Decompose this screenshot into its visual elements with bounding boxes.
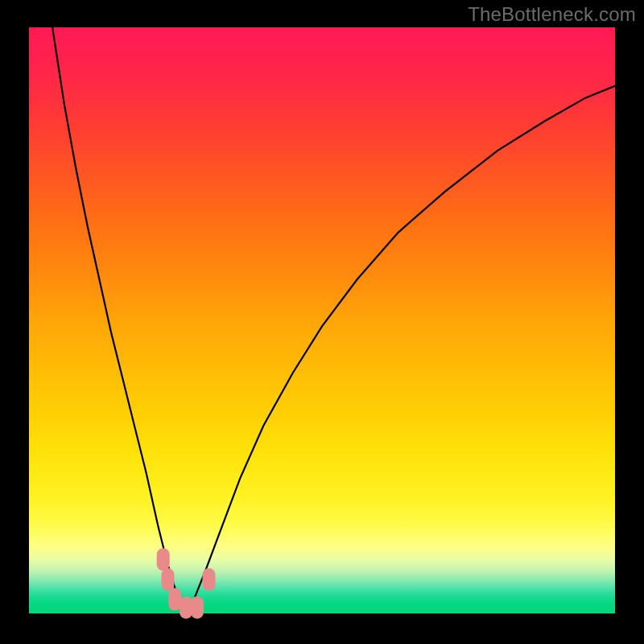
chart-stage: TheBottleneck.com <box>0 0 644 644</box>
curve-marker-1 <box>162 568 175 591</box>
curve-marker-2 <box>168 588 181 611</box>
curve-marker-3 <box>180 597 192 619</box>
chart-svg <box>0 0 644 644</box>
curve-marker-0 <box>157 548 170 571</box>
curve-marker-5 <box>203 568 216 591</box>
gradient-panel <box>29 27 615 613</box>
curve-marker-4 <box>191 597 204 619</box>
